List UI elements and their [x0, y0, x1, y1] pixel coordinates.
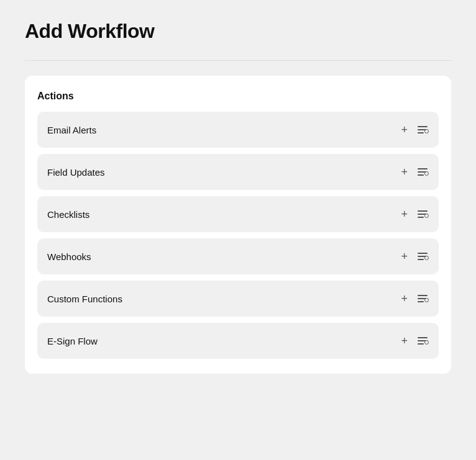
list-settings-icon — [418, 295, 428, 302]
icon-bar-1 — [418, 168, 428, 169]
action-settings-button[interactable] — [416, 336, 429, 346]
icon-bar-1 — [418, 126, 428, 127]
action-settings-button[interactable] — [416, 294, 429, 304]
icon-bar-1 — [418, 337, 428, 338]
action-item-e-sign-flow[interactable]: E-Sign Flow + — [37, 323, 439, 359]
list-settings-icon — [418, 168, 428, 176]
action-item-label: Email Alerts — [47, 125, 96, 135]
action-item-controls: + — [400, 334, 429, 348]
icon-dot — [424, 129, 429, 133]
actions-card: Actions Email Alerts + Field Up — [25, 76, 451, 374]
action-settings-button[interactable] — [416, 251, 429, 261]
actions-label: Actions — [37, 91, 439, 102]
icon-bar-3 — [418, 132, 424, 133]
list-settings-icon — [418, 126, 428, 133]
plus-icon: + — [401, 209, 408, 220]
action-settings-button[interactable] — [416, 167, 429, 177]
add-action-button[interactable]: + — [400, 165, 409, 179]
action-item-controls: + — [400, 123, 429, 137]
icon-bar-3 — [418, 343, 424, 345]
list-settings-icon — [418, 253, 428, 260]
action-item-field-updates[interactable]: Field Updates + — [37, 154, 439, 190]
plus-icon: + — [401, 124, 408, 135]
plus-icon: + — [401, 335, 408, 346]
actions-list: Email Alerts + Field Updates — [37, 112, 439, 359]
action-item-label: Checklists — [47, 209, 89, 220]
plus-icon: + — [401, 293, 408, 304]
icon-bar-1 — [418, 210, 428, 212]
add-action-button[interactable]: + — [400, 334, 409, 348]
plus-icon: + — [401, 251, 408, 262]
action-item-label: Custom Functions — [47, 294, 122, 304]
action-item-webhooks[interactable]: Webhooks + — [37, 238, 439, 274]
action-item-label: E-Sign Flow — [47, 336, 98, 346]
page-container: Add Workflow Actions Email Alerts + — [0, 0, 476, 460]
action-item-custom-functions[interactable]: Custom Functions + — [37, 281, 439, 317]
action-item-controls: + — [400, 292, 429, 305]
action-item-controls: + — [400, 207, 429, 221]
icon-bar-3 — [418, 301, 424, 302]
action-item-checklists[interactable]: Checklists + — [37, 196, 439, 232]
action-settings-button[interactable] — [416, 209, 429, 219]
action-settings-button[interactable] — [416, 125, 429, 135]
action-item-label: Field Updates — [47, 167, 105, 178]
icon-dot — [424, 340, 429, 345]
icon-bar-3 — [418, 259, 424, 260]
add-action-button[interactable]: + — [400, 207, 409, 221]
icon-dot — [424, 298, 429, 302]
icon-dot — [424, 171, 429, 176]
page-title: Add Workflow — [25, 20, 451, 43]
icon-dot — [424, 256, 429, 260]
icon-bar-3 — [418, 174, 424, 176]
header-divider — [25, 60, 451, 61]
plus-icon: + — [401, 166, 408, 178]
add-action-button[interactable]: + — [400, 123, 409, 137]
action-item-label: Webhooks — [47, 251, 91, 262]
action-item-controls: + — [400, 165, 429, 179]
action-item-email-alerts[interactable]: Email Alerts + — [37, 112, 439, 148]
add-action-button[interactable]: + — [400, 292, 409, 305]
icon-bar-1 — [418, 253, 428, 254]
add-action-button[interactable]: + — [400, 250, 409, 263]
icon-bar-3 — [418, 217, 424, 218]
list-settings-icon — [418, 337, 428, 345]
action-item-controls: + — [400, 250, 429, 263]
list-settings-icon — [418, 210, 428, 218]
icon-bar-1 — [418, 295, 428, 296]
icon-dot — [424, 214, 429, 218]
